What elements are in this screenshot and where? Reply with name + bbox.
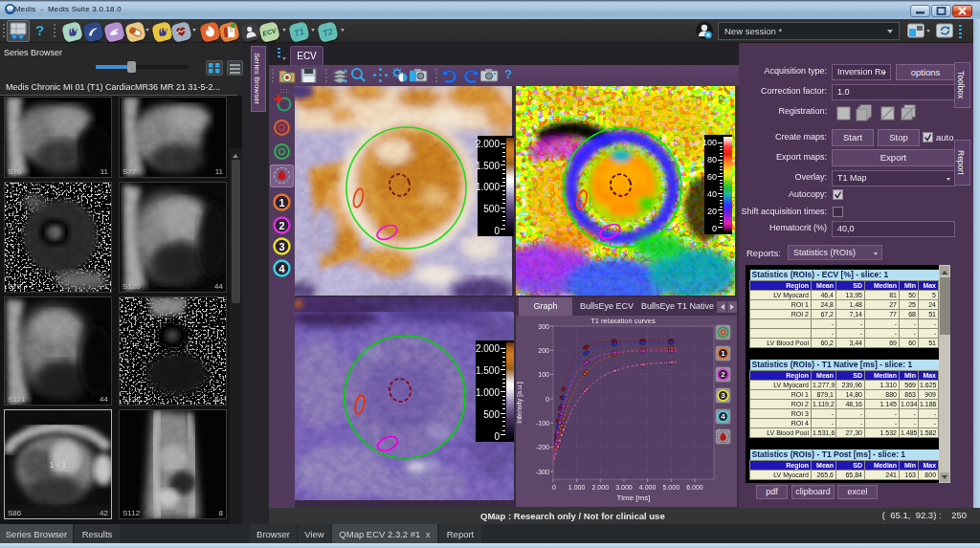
svg-text:200: 200 <box>538 347 549 354</box>
svg-text:4: 4 <box>278 263 285 274</box>
svg-text:4.000: 4.000 <box>639 484 657 491</box>
svg-text:-100: -100 <box>536 420 549 427</box>
svg-text:3.000: 3.000 <box>615 484 633 491</box>
svg-text:6.000: 6.000 <box>686 484 703 491</box>
svg-text:-300: -300 <box>536 469 549 475</box>
svg-text:2: 2 <box>278 220 284 231</box>
svg-text:5.000: 5.000 <box>663 484 680 491</box>
svg-text:T1: T1 <box>293 27 305 38</box>
svg-text:T1 relaxation curves: T1 relaxation curves <box>590 317 656 325</box>
svg-text:Time [ms]: Time [ms] <box>617 493 651 502</box>
svg-text:-200: -200 <box>536 444 549 450</box>
svg-text:2: 2 <box>721 370 725 379</box>
svg-text:1: 1 <box>278 197 284 208</box>
svg-text:0: 0 <box>552 484 556 491</box>
svg-text:100: 100 <box>538 371 549 378</box>
svg-text:1.000: 1.000 <box>568 484 586 491</box>
svg-text:0: 0 <box>546 396 549 403</box>
svg-text:Intensity [a.u.]: Intensity [a.u.] <box>516 382 523 424</box>
svg-text:4: 4 <box>721 412 725 421</box>
svg-text:2.000: 2.000 <box>592 484 610 491</box>
svg-text:3: 3 <box>721 391 725 400</box>
svg-text:3: 3 <box>278 241 284 252</box>
svg-text:M: M <box>8 7 12 12</box>
svg-text:1: 1 <box>721 349 725 358</box>
svg-text:ECV: ECV <box>262 27 278 37</box>
svg-text:300: 300 <box>538 323 549 330</box>
svg-text:T2: T2 <box>322 27 334 38</box>
